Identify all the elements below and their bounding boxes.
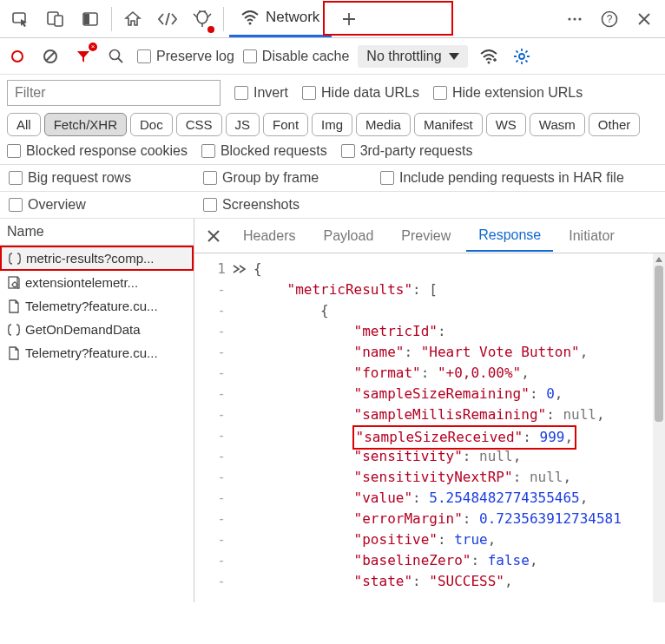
hide-ext-urls-label: Hide extension URLs: [452, 85, 583, 101]
new-tab-button[interactable]: [332, 2, 366, 36]
filter-pill-wasm[interactable]: Wasm: [530, 113, 585, 136]
filter-input[interactable]: [7, 80, 221, 106]
overview-label: Overview: [28, 197, 86, 213]
preserve-log-label: Preserve log: [156, 49, 234, 64]
svg-point-9: [578, 17, 581, 20]
group-frame-checkbox[interactable]: Group by frame: [203, 170, 359, 186]
blocked-resp-cookies-checkbox[interactable]: Blocked response cookies: [7, 143, 188, 159]
clear-button[interactable]: [38, 44, 63, 69]
big-rows-checkbox[interactable]: Big request rows: [9, 170, 182, 186]
blocked-requests-checkbox[interactable]: Blocked requests: [201, 143, 327, 159]
requests-list: metric-results?comp...extensiontelemetr.…: [0, 246, 194, 365]
request-name: extensiontelemetr...: [25, 275, 138, 290]
request-item[interactable]: extensiontelemetr...: [0, 271, 194, 294]
close-devtools-icon[interactable]: [627, 2, 662, 36]
file-type-icon: [9, 252, 21, 266]
filter-toggle-icon[interactable]: ×: [71, 44, 95, 69]
file-type-icon: [8, 276, 20, 290]
line-gutter: 1 --- --- --- --- ---: [194, 253, 229, 602]
tab-preview[interactable]: Preview: [389, 221, 463, 251]
filter-pill-font[interactable]: Font: [263, 113, 308, 136]
include-pending-checkbox[interactable]: Include pending requests in HAR file: [380, 170, 624, 186]
throttling-label: No throttling: [366, 49, 441, 64]
options-row-1: Big request rows Group by frame Include …: [0, 165, 665, 192]
blocked-requests-label: Blocked requests: [221, 143, 327, 159]
overview-checkbox[interactable]: Overview: [9, 197, 182, 213]
elements-tab-icon[interactable]: [150, 2, 185, 36]
request-item[interactable]: GetOnDemandData: [0, 318, 194, 341]
disable-cache-checkbox[interactable]: Disable cache: [243, 49, 350, 64]
fold-expand-icon[interactable]: [229, 259, 250, 279]
screenshots-label: Screenshots: [222, 197, 300, 213]
filter-pill-media[interactable]: Media: [356, 113, 411, 136]
more-options-icon[interactable]: [557, 2, 592, 36]
tab-initiator[interactable]: Initiator: [556, 221, 626, 251]
line-number: 1: [198, 259, 226, 279]
preserve-log-checkbox[interactable]: Preserve log: [137, 49, 234, 64]
tab-headers[interactable]: Headers: [231, 221, 307, 251]
filter-pill-img[interactable]: Img: [312, 113, 352, 136]
name-column-header: Name: [0, 219, 194, 246]
hide-ext-urls-checkbox[interactable]: Hide extension URLs: [433, 85, 583, 101]
file-type-icon: [8, 346, 20, 360]
help-icon[interactable]: ?: [592, 2, 627, 36]
filter-pill-css[interactable]: CSS: [176, 113, 222, 136]
options-row-2: Overview Screenshots: [0, 192, 665, 219]
request-item[interactable]: Telemetry?feature.cu...: [0, 341, 194, 365]
filter-pill-fetchxhr[interactable]: Fetch/XHR: [44, 113, 127, 136]
request-item[interactable]: metric-results?comp...: [0, 246, 194, 271]
throttling-select[interactable]: No throttling: [358, 45, 467, 68]
tab-payload[interactable]: Payload: [311, 221, 385, 251]
svg-point-14: [519, 54, 524, 59]
tab-response[interactable]: Response: [466, 220, 553, 252]
scrollbar-thumb[interactable]: [655, 266, 663, 422]
wifi-icon: [241, 10, 259, 25]
request-item[interactable]: Telemetry?feature.cu...: [0, 294, 194, 318]
hide-data-urls-checkbox[interactable]: Hide data URLs: [302, 85, 419, 101]
scrollbar[interactable]: [653, 253, 665, 602]
device-toggle-icon[interactable]: [38, 2, 73, 36]
devtools-tab-bar: Network ?: [0, 0, 665, 38]
svg-point-5: [197, 11, 207, 23]
detail-panel: Headers Payload Preview Response Initiat…: [194, 219, 665, 602]
search-icon[interactable]: [104, 44, 128, 69]
welcome-tab-icon[interactable]: [115, 2, 150, 36]
inspect-icon[interactable]: [3, 2, 38, 36]
filter-pill-all[interactable]: All: [7, 113, 41, 136]
network-tab[interactable]: Network: [229, 1, 332, 37]
file-type-icon: [8, 299, 20, 313]
svg-rect-2: [55, 16, 63, 26]
file-type-icon: [8, 323, 20, 337]
svg-point-12: [110, 49, 120, 59]
requests-panel: Name metric-results?comp...extensiontele…: [0, 219, 194, 602]
svg-point-13: [487, 61, 490, 63]
request-name: GetOnDemandData: [25, 322, 141, 337]
screenshots-checkbox[interactable]: Screenshots: [203, 197, 300, 213]
close-detail-icon[interactable]: [200, 229, 227, 243]
svg-point-8: [573, 17, 576, 20]
dock-icon[interactable]: [73, 2, 108, 36]
filter-pill-manifest[interactable]: Manifest: [414, 113, 483, 136]
filter-pill-ws[interactable]: WS: [486, 113, 526, 136]
network-settings-icon[interactable]: [510, 44, 534, 69]
filter-pill-doc[interactable]: Doc: [130, 113, 173, 136]
network-conditions-icon[interactable]: [477, 44, 501, 69]
svg-text:?: ?: [607, 13, 613, 25]
network-tab-label: Network: [266, 9, 319, 26]
fold-gutter: [229, 253, 250, 602]
json-content[interactable]: { "metricResults": [ { "metricId": "name…: [250, 253, 665, 602]
include-pending-label: Include pending requests in HAR file: [399, 170, 624, 186]
record-button[interactable]: [5, 44, 30, 69]
hide-data-urls-label: Hide data URLs: [321, 85, 419, 101]
third-party-checkbox[interactable]: 3rd-party requests: [341, 143, 473, 159]
request-name: Telemetry?feature.cu...: [25, 345, 158, 360]
sources-tab-icon[interactable]: [185, 2, 220, 36]
third-party-label: 3rd-party requests: [360, 143, 473, 159]
scrollbar-up-icon[interactable]: [653, 253, 665, 266]
invert-checkbox[interactable]: Invert: [234, 85, 288, 101]
network-toolbar: × Preserve log Disable cache No throttli…: [0, 38, 665, 75]
filter-pill-other[interactable]: Other: [589, 113, 641, 136]
disable-cache-label: Disable cache: [262, 49, 350, 64]
filter-pill-js[interactable]: JS: [226, 113, 260, 136]
filter-bar: Invert Hide data URLs Hide extension URL…: [0, 75, 665, 165]
